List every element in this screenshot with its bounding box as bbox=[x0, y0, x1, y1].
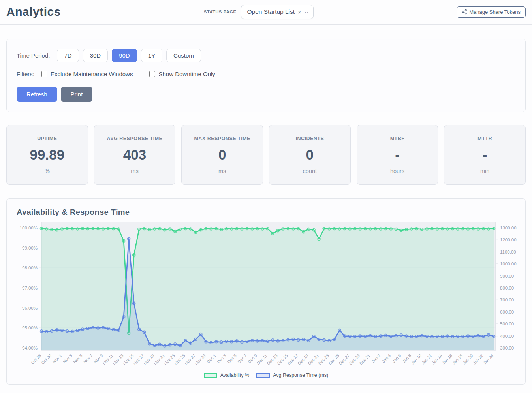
x-axis-tick-label: Oct 28 bbox=[30, 353, 42, 365]
right-axis-tick-label: 1100.00 bbox=[500, 250, 516, 254]
checkbox-show-downtime-only[interactable] bbox=[149, 71, 155, 77]
x-axis-tick-label: Jan 18 bbox=[451, 353, 464, 365]
time-period-button-30d[interactable]: 30D bbox=[83, 49, 108, 62]
legend-item-avg-response-time-ms[interactable]: Avg Response Time (ms) bbox=[256, 372, 328, 378]
manage-share-tokens-label: Manage Share Tokens bbox=[469, 9, 521, 15]
page-title: Analytics bbox=[6, 5, 61, 19]
right-axis-tick-label: 600.00 bbox=[500, 310, 514, 314]
legend-swatch bbox=[256, 373, 270, 378]
legend-label: Avg Response Time (ms) bbox=[273, 372, 328, 378]
x-axis-tick-label: Jan 2 bbox=[371, 353, 382, 364]
checkbox-label: Exclude Maintenance Windows bbox=[51, 71, 133, 77]
right-axis-tick-label: 700.00 bbox=[500, 297, 514, 302]
metric-value: - bbox=[447, 147, 522, 163]
x-axis-tick-label: Dec 23 bbox=[317, 353, 330, 366]
time-period-button-1y[interactable]: 1Y bbox=[141, 49, 162, 62]
x-axis-tick-label: Dec 31 bbox=[358, 353, 371, 366]
right-axis-tick-label: 300.00 bbox=[500, 346, 514, 350]
x-axis-tick-label: Dec 13 bbox=[266, 353, 278, 366]
metric-value: 403 bbox=[98, 147, 172, 163]
x-axis-tick-label: Jan 14 bbox=[431, 353, 443, 365]
right-axis-tick-label: 1000.00 bbox=[500, 261, 517, 266]
share-icon bbox=[462, 9, 467, 15]
right-axis-tick-label: 500.00 bbox=[500, 322, 514, 326]
x-axis-tick-label: Dec 25 bbox=[327, 353, 340, 366]
clear-selection-icon[interactable]: × bbox=[298, 9, 301, 15]
x-axis-tick-label: Nov 15 bbox=[122, 353, 135, 366]
metric-card-mttr: MTTR-min bbox=[444, 125, 526, 185]
legend-label: Availability % bbox=[220, 372, 249, 378]
metrics-row: UPTIME99.89%AVG RESPONSE TIME403msMAX RE… bbox=[6, 125, 526, 185]
x-axis-tick-label: Nov 11 bbox=[102, 353, 114, 366]
checkbox-exclude-maintenance-windows[interactable] bbox=[41, 71, 47, 77]
x-axis-tick-label: Jan 12 bbox=[421, 353, 433, 365]
metric-unit: % bbox=[10, 168, 85, 174]
x-axis-tick-label: Nov 5 bbox=[72, 353, 83, 364]
filter-checkbox-item-exclude-maintenance-windows[interactable]: Exclude Maintenance Windows bbox=[41, 71, 133, 77]
x-axis-tick-label: Dec 5 bbox=[226, 353, 237, 364]
time-period-button-7d[interactable]: 7D bbox=[57, 49, 79, 62]
status-page-selected-value: Open Startup List bbox=[247, 8, 295, 15]
x-axis-tick-label: Dec 7 bbox=[237, 353, 248, 364]
metric-value: 0 bbox=[185, 147, 259, 163]
metric-label: AVG RESPONSE TIME bbox=[98, 136, 172, 141]
left-axis-tick-label: 98.00% bbox=[22, 265, 38, 270]
status-page-label: STATUS PAGE bbox=[204, 9, 236, 14]
x-axis-tick-label: Oct 30 bbox=[40, 353, 52, 365]
time-period-label: Time Period: bbox=[17, 52, 50, 59]
x-axis-tick-label: Dec 11 bbox=[256, 353, 268, 366]
time-period-button-custom[interactable]: Custom bbox=[166, 49, 201, 62]
left-axis-tick-label: 97.00% bbox=[22, 286, 38, 290]
right-axis-tick-label: 800.00 bbox=[500, 286, 514, 290]
chart-panel: Availability & Response Time 100.00%99.0… bbox=[6, 198, 526, 385]
checkbox-label: Show Downtime Only bbox=[158, 71, 215, 77]
filter-checkbox-item-show-downtime-only[interactable]: Show Downtime Only bbox=[149, 71, 215, 77]
manage-share-tokens-button[interactable]: Manage Share Tokens bbox=[457, 6, 526, 18]
legend-swatch bbox=[204, 373, 217, 378]
x-axis-tick-label: Jan 22 bbox=[472, 353, 484, 365]
metric-unit: ms bbox=[98, 168, 172, 174]
metric-card-uptime: UPTIME99.89% bbox=[6, 125, 88, 185]
x-axis-tick-label: Nov 3 bbox=[62, 353, 73, 364]
x-axis-tick-label: Jan 4 bbox=[381, 353, 392, 364]
print-button[interactable]: Print bbox=[61, 87, 93, 102]
right-axis-tick-label: 900.00 bbox=[500, 274, 514, 278]
availability-chart-canvas[interactable]: 100.00%99.00%98.00%97.00%96.00%95.00%94.… bbox=[7, 219, 526, 370]
app-header: Analytics STATUS PAGE Open Startup List … bbox=[0, 0, 532, 25]
x-axis-tick-label: Dec 27 bbox=[338, 353, 350, 366]
x-axis-tick-label: Jan 6 bbox=[391, 353, 402, 364]
x-axis-tick-label: Nov 27 bbox=[184, 353, 196, 366]
x-axis-tick-label: Dec 3 bbox=[216, 353, 227, 364]
legend-item-availability[interactable]: Availability % bbox=[204, 372, 249, 378]
chevron-down-icon[interactable]: ⌄ bbox=[304, 9, 309, 14]
refresh-button[interactable]: Refresh bbox=[17, 87, 57, 102]
x-axis-tick-label: Jan 24 bbox=[482, 353, 494, 365]
x-axis-tick-label: Dec 29 bbox=[348, 353, 361, 366]
left-axis-tick-label: 95.00% bbox=[22, 325, 38, 330]
right-axis-tick-label: 1300.00 bbox=[500, 226, 517, 230]
x-axis-tick-label: Nov 19 bbox=[143, 353, 155, 366]
status-page-select[interactable]: Open Startup List × ⌄ bbox=[241, 5, 313, 19]
x-axis-tick-label: Jan 10 bbox=[410, 353, 422, 365]
x-axis-tick-label: Jan 16 bbox=[441, 353, 453, 365]
metric-label: MAX RESPONSE TIME bbox=[185, 136, 259, 141]
action-button-row: Refresh Print bbox=[17, 87, 515, 102]
x-axis-tick-label: Nov 7 bbox=[83, 353, 94, 364]
metric-card-incidents: INCIDENTS0count bbox=[269, 125, 351, 185]
left-axis-tick-label: 96.00% bbox=[22, 306, 38, 310]
time-period-button-90d[interactable]: 90D bbox=[112, 49, 137, 62]
right-axis-tick-label: 400.00 bbox=[500, 334, 514, 338]
metric-unit: min bbox=[447, 168, 522, 174]
left-axis-tick-label: 100.00% bbox=[20, 226, 38, 230]
chart-legend: Availability %Avg Response Time (ms) bbox=[7, 372, 525, 378]
x-axis-tick-label: Nov 13 bbox=[112, 353, 124, 366]
x-axis-tick-label: Nov 17 bbox=[132, 353, 145, 366]
chart-title: Availability & Response Time bbox=[7, 208, 525, 217]
status-page-selector-group: STATUS PAGE Open Startup List × ⌄ bbox=[61, 5, 457, 19]
metric-value: - bbox=[360, 147, 435, 163]
x-axis-tick-label: Dec 1 bbox=[206, 353, 217, 364]
chart-wrap: 100.00%99.00%98.00%97.00%96.00%95.00%94.… bbox=[7, 219, 525, 372]
metric-unit: count bbox=[273, 168, 347, 174]
metric-label: MTBF bbox=[360, 136, 435, 141]
filters-label: Filters: bbox=[17, 71, 34, 77]
